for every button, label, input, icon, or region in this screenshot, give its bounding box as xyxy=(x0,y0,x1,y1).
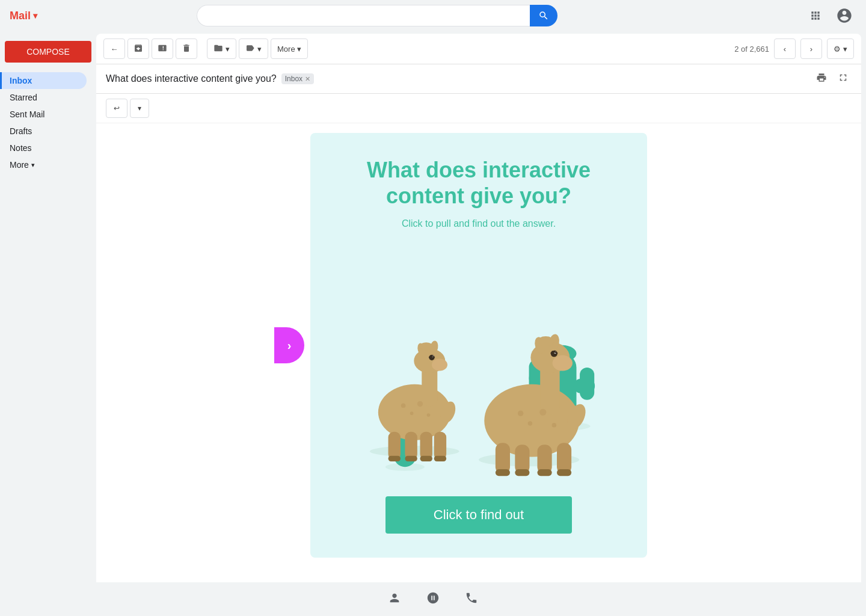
llama-scene-svg xyxy=(322,253,635,482)
reply-more-chevron-icon: ▾ xyxy=(138,104,141,112)
email-subject: What does interactive content give you? xyxy=(106,73,277,84)
compose-button[interactable]: COMPOSE xyxy=(5,41,91,63)
next-icon: › xyxy=(810,45,812,54)
svg-point-54 xyxy=(539,409,546,416)
settings-button[interactable]: ⚙ ▾ xyxy=(827,38,854,59)
expand-icon xyxy=(838,72,849,85)
print-icon xyxy=(816,72,827,85)
more-actions-button[interactable]: More ▾ xyxy=(271,38,308,59)
sidebar-item-notes[interactable]: Notes xyxy=(0,140,87,156)
contacts-icon xyxy=(388,591,401,608)
phone-icon xyxy=(465,591,478,608)
sidebar-item-starred-label: Starred xyxy=(10,93,37,102)
email-body: › What does interactivecontent give you?… xyxy=(96,123,861,614)
more-actions-label: More ▾ xyxy=(277,45,301,54)
pull-tab[interactable]: › xyxy=(274,327,304,363)
bottom-icons xyxy=(0,582,866,616)
sidebar-item-more[interactable]: More ▾ xyxy=(0,156,87,173)
svg-rect-26 xyxy=(434,432,446,460)
svg-rect-27 xyxy=(388,456,401,461)
trash-icon xyxy=(182,43,191,55)
profile-icon xyxy=(836,7,853,24)
apps-button[interactable] xyxy=(803,4,828,28)
delete-button[interactable] xyxy=(176,38,197,59)
contacts-button[interactable] xyxy=(382,587,407,611)
settings-chevron-icon: ▾ xyxy=(843,45,847,54)
profile-button[interactable] xyxy=(832,4,856,28)
badge-close-button[interactable]: ✕ xyxy=(305,75,310,83)
toolbar-right: 2 of 2,661 ‹ › ⚙ ▾ xyxy=(734,38,854,59)
sidebar-item-drafts[interactable]: Drafts xyxy=(0,123,87,140)
svg-point-18 xyxy=(429,355,434,360)
move-chevron-icon: ▾ xyxy=(226,45,230,54)
svg-rect-47 xyxy=(557,443,571,474)
app-title: Mail xyxy=(10,10,31,22)
sidebar-item-drafts-label: Drafts xyxy=(10,126,32,136)
svg-point-17 xyxy=(432,359,447,371)
meet-button[interactable] xyxy=(421,587,445,611)
prev-icon: ‹ xyxy=(784,45,786,54)
llama-scene xyxy=(322,253,635,482)
move-button[interactable]: ▾ xyxy=(207,38,236,59)
svg-rect-24 xyxy=(405,432,417,460)
phone-button[interactable] xyxy=(459,587,484,611)
sidebar-item-inbox[interactable]: Inbox xyxy=(0,72,87,89)
report-button[interactable] xyxy=(152,38,173,59)
card-subtitle: Click to pull and find out the answer. xyxy=(322,218,635,229)
more-chevron-icon: ▾ xyxy=(31,161,35,169)
prev-page-button[interactable]: ‹ xyxy=(774,38,796,59)
badge-label: Inbox xyxy=(285,75,302,83)
reply-more-button[interactable]: ▾ xyxy=(130,99,149,118)
svg-point-43 xyxy=(538,336,554,346)
top-right xyxy=(803,4,856,28)
cta-button[interactable]: Click to find out xyxy=(385,496,572,534)
sidebar: COMPOSE Inbox Starred Sent Mail Drafts N… xyxy=(0,31,96,616)
svg-rect-30 xyxy=(434,456,446,461)
app-logo[interactable]: Mail ▾ xyxy=(10,10,70,22)
svg-point-31 xyxy=(401,404,405,408)
print-button[interactable] xyxy=(813,70,830,87)
content-area: ← xyxy=(96,34,861,614)
svg-point-34 xyxy=(427,414,431,417)
sidebar-item-inbox-label: Inbox xyxy=(10,76,32,85)
svg-point-32 xyxy=(410,412,414,416)
pull-arrow-icon: › xyxy=(287,339,292,353)
label-button[interactable]: ▾ xyxy=(239,38,268,59)
svg-rect-44 xyxy=(496,443,510,474)
page-count: 2 of 2,661 xyxy=(734,45,769,54)
back-icon: ← xyxy=(111,45,118,54)
sidebar-item-notes-label: Notes xyxy=(10,143,32,153)
svg-rect-28 xyxy=(405,456,417,461)
move-icon xyxy=(213,43,223,55)
app-title-arrow: ▾ xyxy=(33,11,37,20)
svg-point-53 xyxy=(528,422,532,426)
next-page-button[interactable]: › xyxy=(800,38,822,59)
search-icon xyxy=(538,10,549,21)
reply-icon: ↩ xyxy=(114,104,120,112)
svg-point-33 xyxy=(417,401,423,407)
email-header-right xyxy=(813,70,852,87)
archive-icon xyxy=(134,43,143,55)
svg-rect-29 xyxy=(420,456,432,461)
meet-icon xyxy=(426,591,440,608)
back-button[interactable]: ← xyxy=(103,38,125,59)
top-bar: Mail ▾ xyxy=(0,0,866,31)
archive-button[interactable] xyxy=(127,38,149,59)
search-button[interactable] xyxy=(530,5,557,26)
sidebar-item-sent[interactable]: Sent Mail xyxy=(0,106,87,123)
sidebar-item-starred[interactable]: Starred xyxy=(0,89,87,106)
reply-button[interactable]: ↩ xyxy=(106,99,127,118)
email-content-card: › What does interactivecontent give you?… xyxy=(310,133,647,558)
sidebar-item-more-label: More xyxy=(10,160,29,170)
main-layout: COMPOSE Inbox Starred Sent Mail Drafts N… xyxy=(0,31,866,616)
card-title: What does interactivecontent give you? xyxy=(322,157,635,209)
expand-button[interactable] xyxy=(835,70,852,87)
sidebar-item-sent-label: Sent Mail xyxy=(10,109,45,119)
apps-icon xyxy=(809,10,821,22)
search-bar xyxy=(197,5,557,26)
label-icon xyxy=(245,43,255,55)
search-input[interactable] xyxy=(197,5,530,26)
svg-rect-51 xyxy=(557,469,571,476)
label-chevron-icon: ▾ xyxy=(257,45,262,54)
svg-rect-25 xyxy=(420,432,432,460)
